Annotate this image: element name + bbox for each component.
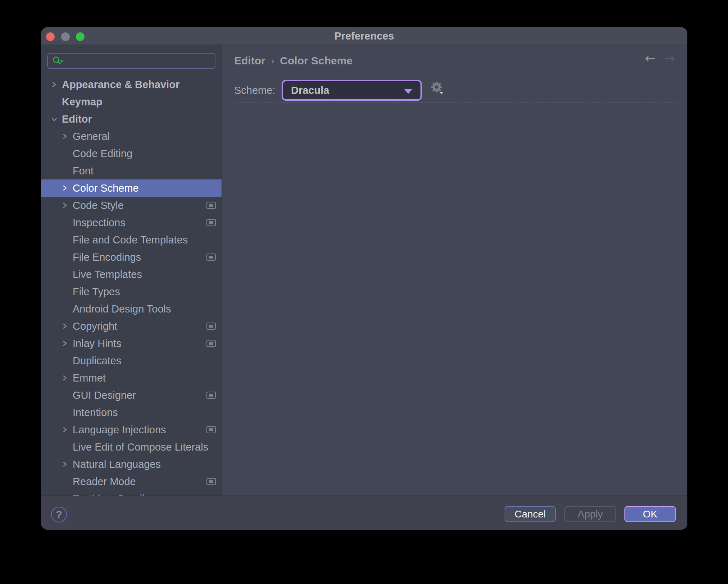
sidebar-item-file-types[interactable]: File Types <box>41 283 222 300</box>
modified-settings-icon <box>206 219 216 226</box>
settings-content-pane: Editor › Color Scheme ← → Scheme: Dracul… <box>222 45 687 496</box>
sidebar-item-label: File Encodings <box>73 251 141 263</box>
sidebar-item-natural-languages[interactable]: Natural Languages <box>41 456 222 473</box>
sidebar-item-label: Natural Languages <box>73 458 161 470</box>
sidebar-item-label: Code Editing <box>73 148 132 160</box>
sidebar-item-label: Editor <box>62 113 92 125</box>
sidebar-item-live-templates[interactable]: Live Templates <box>41 266 222 283</box>
sidebar-item-file-encodings[interactable]: File Encodings <box>41 248 222 266</box>
back-arrow-icon[interactable]: ← <box>645 51 656 66</box>
sidebar-item-code-style[interactable]: Code Style <box>41 197 222 214</box>
sidebar-item-android-design-tools[interactable]: Android Design Tools <box>41 300 222 318</box>
search-input[interactable] <box>64 54 215 68</box>
breadcrumb: Editor › Color Scheme <box>234 55 352 67</box>
sidebar-item-intentions[interactable]: Intentions <box>41 404 222 421</box>
scheme-selected-value: Dracula <box>291 85 329 96</box>
dropdown-arrow-icon <box>404 89 413 94</box>
breadcrumb-separator-icon: › <box>271 55 274 67</box>
scheme-actions-gear-button[interactable] <box>431 82 446 97</box>
chevron-right-icon[interactable] <box>62 426 73 433</box>
sidebar-item-label: Appearance & Behavior <box>62 79 179 91</box>
window-title: Preferences <box>41 27 687 45</box>
sidebar-item-reader-mode[interactable]: Reader Mode <box>41 473 222 490</box>
chevron-right-icon[interactable] <box>62 340 73 347</box>
sidebar-item-general[interactable]: General <box>41 128 222 145</box>
settings-search-field[interactable] <box>47 53 215 69</box>
scheme-dropdown[interactable]: Dracula <box>282 80 422 101</box>
sidebar-item-label: GUI Designer <box>73 389 136 401</box>
history-navigation: ← → <box>645 51 675 66</box>
sidebar-item-label: Language Injections <box>73 424 166 436</box>
ok-button[interactable]: OK <box>624 506 676 522</box>
sidebar-item-label: TextMate Bundles <box>73 493 156 496</box>
apply-button[interactable]: Apply <box>564 506 616 522</box>
sidebar-item-live-edit-of-compose-literals[interactable]: Live Edit of Compose Literals <box>41 438 222 456</box>
sidebar-item-label: Inspections <box>73 217 126 229</box>
sidebar-item-label: Android Design Tools <box>73 303 171 315</box>
preferences-window: Preferences Appearance & BehaviorKeymapE… <box>41 27 687 530</box>
sidebar-item-inspections[interactable]: Inspections <box>41 214 222 231</box>
search-icon <box>52 56 64 67</box>
sidebar-item-language-injections[interactable]: Language Injections <box>41 421 222 438</box>
sidebar-item-keymap[interactable]: Keymap <box>41 93 222 110</box>
sidebar-item-label: File and Code Templates <box>73 234 188 246</box>
sidebar-item-label: Color Scheme <box>73 182 139 194</box>
chevron-right-icon[interactable] <box>62 461 73 467</box>
sidebar-item-label: General <box>73 131 110 142</box>
screenshot-canvas: Preferences Appearance & BehaviorKeymapE… <box>0 0 728 584</box>
sidebar-item-editor[interactable]: Editor <box>41 110 222 128</box>
sidebar-item-label: Intentions <box>73 407 118 419</box>
sidebar-item-font[interactable]: Font <box>41 162 222 179</box>
modified-settings-icon <box>206 392 216 399</box>
help-button[interactable]: ? <box>51 507 67 523</box>
sidebar-item-label: Keymap <box>62 96 103 108</box>
modified-settings-icon <box>206 478 216 485</box>
sidebar-item-gui-designer[interactable]: GUI Designer <box>41 387 222 404</box>
sidebar-item-textmate-bundles[interactable]: TextMate Bundles <box>41 490 222 496</box>
content-separator <box>234 102 676 102</box>
sidebar-item-duplicates[interactable]: Duplicates <box>41 352 222 369</box>
sidebar-item-label: Code Style <box>73 200 124 211</box>
sidebar-item-label: Duplicates <box>73 355 121 367</box>
cancel-button[interactable]: Cancel <box>505 506 556 522</box>
modified-settings-icon <box>206 340 216 347</box>
sidebar-item-color-scheme[interactable]: Color Scheme <box>41 179 222 197</box>
sidebar-item-label: Copyright <box>73 320 117 332</box>
sidebar-item-label: Live Edit of Compose Literals <box>73 441 208 453</box>
title-bar: Preferences <box>41 27 687 45</box>
sidebar-item-label: Reader Mode <box>73 476 136 488</box>
modified-settings-icon <box>206 254 216 261</box>
sidebar-item-code-editing[interactable]: Code Editing <box>41 145 222 162</box>
sidebar-item-copyright[interactable]: Copyright <box>41 318 222 335</box>
chevron-right-icon[interactable] <box>62 202 73 209</box>
forward-arrow-icon: → <box>664 51 675 66</box>
settings-sidebar: Appearance & BehaviorKeymapEditorGeneral… <box>41 45 222 496</box>
sidebar-item-label: Live Templates <box>73 269 142 280</box>
chevron-right-icon[interactable] <box>62 375 73 381</box>
breadcrumb-color-scheme: Color Scheme <box>280 55 352 67</box>
sidebar-item-label: Inlay Hints <box>73 338 121 350</box>
settings-tree: Appearance & BehaviorKeymapEditorGeneral… <box>41 76 222 496</box>
sidebar-item-label: Font <box>73 165 94 177</box>
chevron-right-icon[interactable] <box>51 81 62 88</box>
sidebar-item-inlay-hints[interactable]: Inlay Hints <box>41 335 222 352</box>
window-body: Appearance & BehaviorKeymapEditorGeneral… <box>41 45 687 496</box>
sidebar-item-label: File Types <box>73 286 120 298</box>
sidebar-item-emmet[interactable]: Emmet <box>41 369 222 387</box>
help-icon: ? <box>56 509 62 520</box>
sidebar-item-label: Emmet <box>73 372 106 384</box>
chevron-right-icon[interactable] <box>62 185 73 191</box>
sidebar-item-file-and-code-templates[interactable]: File and Code Templates <box>41 231 222 248</box>
chevron-right-icon[interactable] <box>62 323 73 329</box>
breadcrumb-editor[interactable]: Editor <box>234 55 265 67</box>
footer-bar: ? Cancel Apply OK <box>41 496 687 530</box>
sidebar-item-appearance-behavior[interactable]: Appearance & Behavior <box>41 76 222 93</box>
chevron-down-icon[interactable] <box>51 116 62 122</box>
modified-settings-icon <box>206 202 216 209</box>
chevron-right-icon[interactable] <box>62 133 73 140</box>
modified-settings-icon <box>206 323 216 330</box>
modified-settings-icon <box>206 426 216 433</box>
scheme-label: Scheme: <box>234 85 275 96</box>
